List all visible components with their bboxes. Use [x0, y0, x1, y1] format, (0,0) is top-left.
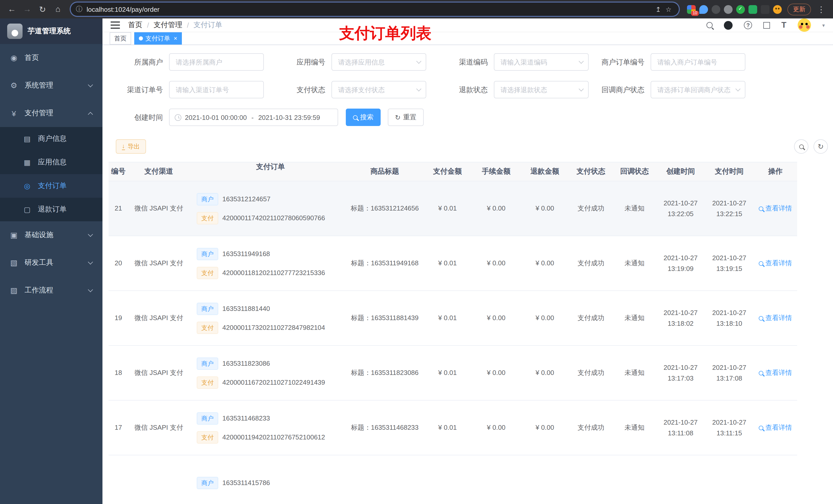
gear-icon: ⚙: [9, 81, 19, 90]
sidebar-item-label: 首页: [25, 53, 39, 63]
chevron-down-icon: [88, 287, 93, 292]
table-row[interactable]: 19微信 JSAPI 支付商户1635311881440支付4200001173…: [109, 291, 797, 346]
column-header-notify-status[interactable]: 回调状态: [613, 162, 656, 181]
create-time-cell: 2021-10-2713:17:03: [656, 362, 705, 384]
sidebar-item-label: 应用信息: [38, 158, 67, 167]
breadcrumb-home[interactable]: 首页: [128, 21, 142, 30]
merchant-order-no-input[interactable]: [651, 53, 745, 71]
user-avatar[interactable]: [798, 19, 811, 32]
view-detail-link[interactable]: 查看详情: [759, 258, 792, 269]
tags-view-bar: 首页 支付订单 ×: [102, 32, 833, 45]
pay-status-cell: 支付成功: [569, 313, 613, 324]
address-bar[interactable]: ⓘ localhost:1024/pay/order ↥ ☆: [71, 3, 679, 16]
reset-button[interactable]: ↻ 重置: [388, 109, 424, 126]
order-id-cell: 19: [109, 313, 128, 324]
home-icon[interactable]: ⌂: [51, 3, 65, 16]
extension-icon[interactable]: [736, 5, 745, 14]
chevron-down-icon: [88, 259, 93, 265]
sidebar-item-devtools[interactable]: ▧ 研发工具: [0, 249, 102, 277]
sidebar-item-workflow[interactable]: ▨ 工作流程: [0, 277, 102, 304]
merchant-tag: 商户: [197, 357, 218, 369]
hamburger-icon[interactable]: [111, 22, 120, 29]
more-menu-icon[interactable]: ⋮: [814, 3, 828, 16]
breadcrumb-current: 支付订单: [194, 21, 222, 30]
column-header-create-time[interactable]: 创建时间: [656, 162, 705, 181]
create-time-range-picker[interactable]: 2021-10-01 00:00:00 - 2021-10-31 23:59:5…: [169, 109, 338, 126]
view-detail-link[interactable]: 查看详情: [759, 367, 792, 379]
column-header-fee-amount[interactable]: 手续金额: [472, 162, 521, 181]
merchant-order-no-field[interactable]: [651, 53, 745, 71]
pin-extension-icon[interactable]: [761, 5, 769, 14]
table-row[interactable]: 商户1635311415786: [109, 455, 797, 504]
magnifier-icon: [759, 261, 763, 266]
refund-icon: ▢: [23, 206, 32, 214]
column-header-channel[interactable]: 支付渠道: [128, 162, 190, 181]
fullscreen-icon[interactable]: [763, 22, 770, 28]
extension-badge: 10: [691, 10, 699, 16]
sidebar-item-app-info[interactable]: ▦ 应用信息: [0, 150, 102, 174]
extension-icon[interactable]: 10: [687, 5, 696, 14]
channel-pay-no: 4200001181202110277723215336: [222, 267, 325, 279]
extension-icon[interactable]: [699, 5, 708, 14]
sidebar-item-infrastructure[interactable]: ▣ 基础设施: [0, 221, 102, 249]
export-button-label: 导出: [127, 142, 140, 151]
sidebar-item-merchant-info[interactable]: ▤ 商户信息: [0, 127, 102, 150]
search-icon[interactable]: [707, 22, 713, 28]
column-header-action[interactable]: 操作: [754, 162, 797, 181]
export-button[interactable]: ↓ 导出: [116, 139, 146, 154]
dashboard-icon: ◉: [9, 53, 19, 63]
view-detail-link[interactable]: 查看详情: [759, 313, 792, 324]
site-info-icon[interactable]: ⓘ: [76, 5, 82, 14]
order-id-cell: 18: [109, 367, 128, 379]
notify-status-input[interactable]: [651, 81, 745, 98]
column-header-pay-status[interactable]: 支付状态: [569, 162, 613, 181]
fee-amount-cell: ¥ 0.00: [472, 258, 521, 269]
profile-avatar-icon[interactable]: [773, 5, 782, 14]
table-row[interactable]: 18微信 JSAPI 支付商户1635311823086支付4200001167…: [109, 346, 797, 401]
column-header-pay-amount[interactable]: 支付金额: [423, 162, 472, 181]
column-header-pay-time[interactable]: 支付时间: [705, 162, 754, 181]
sidebar-item-pay-order[interactable]: ◎ 支付订单: [0, 174, 102, 198]
view-detail-link[interactable]: 查看详情: [759, 422, 792, 433]
toggle-search-button[interactable]: [794, 139, 808, 154]
tab-label: 首页: [114, 34, 126, 43]
filter-label-channel-order-no: 渠道订单号: [86, 81, 163, 98]
sidebar-item-label: 系统管理: [25, 81, 53, 90]
filter-label-app: 应用编号: [248, 53, 325, 71]
tab-home[interactable]: 首页: [110, 32, 131, 45]
avatar-caret-icon[interactable]: ▾: [822, 22, 825, 28]
notify-status-select[interactable]: [651, 81, 745, 98]
close-icon[interactable]: ×: [174, 35, 177, 42]
column-header-id[interactable]: 编号: [109, 162, 128, 181]
refresh-table-button[interactable]: ↻: [813, 139, 828, 154]
browser-toolbar: ← → ↻ ⌂ ⓘ localhost:1024/pay/order ↥ ☆ 1…: [0, 0, 833, 19]
extension-icon[interactable]: [748, 5, 757, 14]
pay-order-cell: 商户1635311881440支付42000011732021102728479…: [190, 303, 346, 334]
search-button[interactable]: 搜索: [346, 109, 381, 126]
bookmark-star-icon[interactable]: ☆: [663, 3, 674, 16]
download-icon: ↓: [122, 143, 125, 150]
table-row[interactable]: 17微信 JSAPI 支付商户1635311468233支付4200001194…: [109, 401, 797, 455]
extension-icon[interactable]: [712, 5, 720, 14]
help-icon[interactable]: ?: [744, 21, 752, 29]
extension-icon[interactable]: [724, 5, 733, 14]
breadcrumb-payment[interactable]: 支付管理: [154, 21, 182, 30]
tab-pay-order[interactable]: 支付订单 ×: [134, 32, 182, 45]
view-detail-link[interactable]: 查看详情: [759, 203, 792, 214]
table-row[interactable]: 21微信 JSAPI 支付商户1635312124657支付4200001174…: [109, 181, 797, 236]
notify-status-cell: 未通知: [613, 203, 656, 214]
column-header-refund-amount[interactable]: 退款金额: [521, 162, 569, 181]
app-logo[interactable]: 芋道管理系统: [0, 19, 102, 44]
browser-update-button[interactable]: 更新: [787, 3, 811, 15]
table-row[interactable]: 20微信 JSAPI 支付商户1635311949168支付4200001181…: [109, 236, 797, 291]
forward-icon[interactable]: →: [21, 3, 34, 16]
back-icon[interactable]: ←: [5, 3, 19, 16]
font-size-icon[interactable]: T: [781, 21, 786, 30]
column-header-order[interactable]: 支付订单: [190, 162, 346, 181]
filter-label-create-time: 创建时间: [86, 109, 163, 126]
sidebar-item-refund-order[interactable]: ▢ 退款订单: [0, 198, 102, 221]
github-icon[interactable]: [724, 21, 733, 29]
reload-icon[interactable]: ↻: [36, 3, 49, 16]
column-header-title[interactable]: 商品标题: [346, 162, 423, 181]
share-icon[interactable]: ↥: [653, 3, 663, 16]
